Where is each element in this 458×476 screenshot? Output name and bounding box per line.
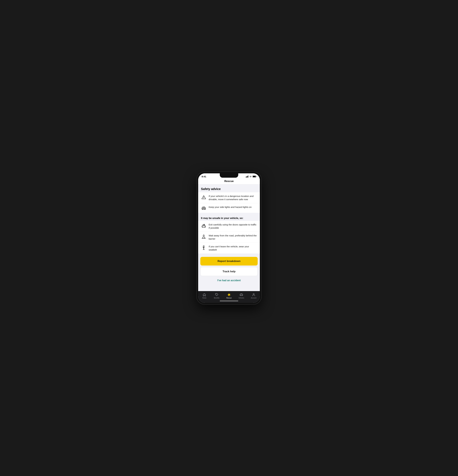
advice-item-lights: Keep your side lights and hazard lights … [198, 203, 260, 213]
tab-home-label: Home [202, 297, 206, 299]
tab-home[interactable]: Home [198, 293, 211, 299]
svg-point-16 [204, 227, 205, 227]
home-indicator [198, 300, 260, 303]
page-title: Rescue [224, 180, 234, 183]
safety-advice-card: If your vehicle's in a dangerous locatio… [198, 192, 260, 213]
person-barrier-icon [201, 234, 206, 239]
accident-button[interactable]: I've had an accident [200, 278, 258, 283]
svg-rect-3 [248, 176, 248, 178]
advice-item-exit: Exit carefully using the doors opposite … [198, 221, 260, 232]
nav-header: Rescue [198, 178, 260, 185]
svg-point-23 [240, 295, 241, 296]
svg-point-21 [229, 294, 229, 295]
advice-text-barrier: Wait away from the road, preferably behi… [209, 234, 257, 240]
phone-screen: 9:41 [198, 173, 260, 303]
person-seatbelt-icon [201, 245, 206, 250]
tab-benefits[interactable]: Benefits [211, 293, 223, 299]
advice-text-exit: Exit carefully using the doors opposite … [209, 223, 257, 230]
tab-vehicles-label: Vehicles [238, 297, 244, 299]
advice-text-lights: Keep your side lights and hazard lights … [209, 205, 257, 209]
tab-vehicles[interactable]: Vehicles [235, 293, 247, 299]
home-bar [220, 301, 238, 301]
svg-rect-0 [246, 177, 246, 178]
signal-icon [246, 176, 249, 178]
notch [220, 173, 238, 178]
phone-device: 9:41 [197, 172, 261, 304]
advice-text-dangerous: If your vehicle's in a dangerous locatio… [209, 195, 257, 201]
content-area: Safety advice If your vehicle's in a dan… [198, 185, 260, 291]
svg-point-25 [253, 293, 254, 295]
tab-account[interactable]: Account [247, 293, 260, 299]
exit-car-icon [201, 223, 206, 228]
safety-advice-title: Safety advice [201, 187, 221, 191]
advice-item-barrier: Wait away from the road, preferably behi… [198, 232, 260, 243]
status-icons [246, 176, 256, 178]
tab-benefits-label: Benefits [214, 297, 220, 299]
battery-icon [253, 176, 256, 178]
advice-item-dangerous: If your vehicle's in a dangerous locatio… [198, 192, 260, 203]
tab-rescue[interactable]: Rescue [223, 293, 235, 299]
unsafe-section-header: It may be unsafe in your vehicle, so: [198, 215, 260, 221]
track-help-button[interactable]: Track help [200, 267, 258, 276]
svg-point-15 [202, 227, 203, 227]
rescue-icon [227, 293, 231, 297]
safety-advice-header: Safety advice [198, 185, 260, 192]
tab-bar: Home Benefits [198, 291, 260, 300]
warning-triangle-icon [201, 195, 206, 200]
svg-point-20 [216, 294, 216, 294]
advice-text-seatbelt: If you can't leave the vehicle, wear you… [209, 245, 257, 251]
svg-rect-12 [203, 208, 204, 209]
advice-item-seatbelt: If you can't leave the vehicle, wear you… [198, 243, 260, 254]
status-bar: 9:41 [198, 173, 260, 178]
svg-rect-2 [247, 176, 248, 178]
svg-rect-5 [253, 176, 256, 177]
svg-point-10 [202, 208, 203, 209]
svg-rect-1 [246, 176, 247, 178]
report-breakdown-button[interactable]: Report breakdown [200, 257, 258, 265]
unsafe-title: It may be unsafe in your vehicle, so: [201, 217, 243, 220]
tab-account-label: Account [251, 297, 256, 299]
tag-icon [215, 293, 219, 297]
status-time: 9:41 [202, 175, 206, 178]
buttons-section: Report breakdown Track help I've had an … [198, 255, 260, 286]
unsafe-advice-card: Exit carefully using the doors opposite … [198, 221, 260, 254]
svg-rect-6 [256, 176, 256, 177]
wifi-icon [249, 176, 252, 178]
svg-point-19 [203, 246, 204, 247]
svg-point-8 [204, 198, 204, 198]
svg-point-24 [242, 295, 242, 296]
svg-point-17 [203, 235, 204, 236]
tab-rescue-label: Rescue [226, 297, 232, 299]
account-icon [252, 293, 256, 297]
svg-point-11 [204, 208, 205, 209]
vehicles-icon [239, 293, 243, 297]
car-lights-icon [201, 206, 206, 211]
home-icon [202, 293, 206, 297]
